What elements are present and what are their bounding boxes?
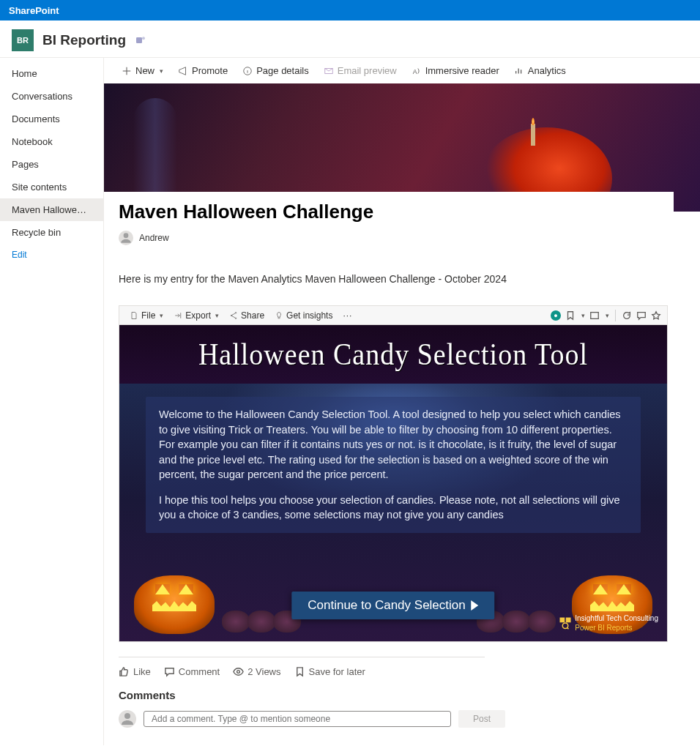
view-icon[interactable]: [589, 310, 600, 321]
promote-button[interactable]: Promote: [172, 62, 234, 79]
chevron-down-icon: ▾: [215, 312, 219, 319]
nav-site-contents[interactable]: Site contents: [0, 176, 103, 198]
svg-text:A: A: [412, 67, 417, 75]
immersive-label: Immersive reader: [425, 65, 499, 76]
pbi-export-button[interactable]: Export ▾: [169, 309, 223, 322]
eye-icon: [233, 666, 244, 677]
pumpkin-left-graphic: [134, 568, 215, 634]
brand-line1: Insightful Tech Consulting: [575, 613, 658, 623]
views-label: 2 Views: [247, 666, 280, 677]
product-name[interactable]: SharePoint: [9, 5, 59, 16]
email-preview-label: Email preview: [338, 65, 397, 76]
social-bar: Like Comment 2 Views Save for later: [119, 657, 485, 685]
comment-button[interactable]: Comment: [164, 666, 220, 677]
refresh-icon[interactable]: [622, 310, 632, 321]
pbi-share-label: Share: [241, 310, 264, 321]
brand-line2: Power BI Reports: [575, 623, 658, 633]
analytics-icon: [514, 66, 524, 76]
megaphone-icon: [178, 66, 188, 76]
current-user-avatar: [119, 710, 136, 728]
file-icon: [130, 311, 138, 320]
play-icon: [472, 600, 479, 611]
save-label: Save for later: [309, 666, 365, 677]
plus-icon: [122, 66, 132, 76]
star-icon[interactable]: [651, 310, 661, 321]
info-icon: [242, 66, 253, 76]
nav-conversations[interactable]: Conversations: [0, 85, 103, 108]
author-avatar[interactable]: [119, 231, 133, 245]
teams-icon[interactable]: [135, 34, 146, 46]
report-scene: Welcome to the Halloween Candy Selection…: [119, 384, 667, 641]
like-label: Like: [133, 666, 151, 677]
share-icon: [229, 311, 238, 320]
pbi-status-indicator[interactable]: ●: [551, 310, 561, 321]
page-details-button[interactable]: Page details: [237, 62, 315, 79]
command-bar: New ▾ Promote Page details Email preview…: [104, 57, 700, 83]
svg-rect-5: [591, 312, 599, 318]
nav-edit-link[interactable]: Edit: [0, 244, 103, 266]
pbi-share-button[interactable]: Share: [225, 309, 269, 322]
pbi-insights-button[interactable]: Get insights: [270, 309, 337, 322]
powerbi-embed: File ▾ Export ▾ Share Get insights: [119, 305, 668, 642]
report-para1: Welcome to the Halloween Candy Selection…: [159, 407, 628, 482]
post-button[interactable]: Post: [458, 710, 505, 728]
mail-icon: [324, 66, 334, 76]
nav-recycle-bin[interactable]: Recycle bin: [0, 221, 103, 244]
bookmark-icon[interactable]: [565, 310, 576, 321]
powerbi-report-canvas[interactable]: Halloween Candy Selection Tool Welcome t…: [119, 325, 667, 641]
pbi-export-label: Export: [185, 310, 211, 321]
svg-rect-0: [136, 37, 142, 43]
title-card: Maven Halloween Challenge: [104, 192, 674, 223]
comment-input[interactable]: [144, 711, 451, 727]
pbi-file-button[interactable]: File ▾: [125, 309, 168, 322]
reader-icon: A: [412, 66, 422, 76]
chevron-down-icon[interactable]: ▾: [581, 312, 585, 319]
site-logo[interactable]: BR: [12, 29, 34, 51]
continue-label: Continue to Candy Selection: [308, 598, 465, 613]
immersive-reader-button[interactable]: A Immersive reader: [406, 62, 505, 79]
email-preview-button[interactable]: Email preview: [318, 62, 403, 79]
chevron-down-icon: ▾: [160, 67, 163, 75]
suite-nav-bar: SharePoint: [0, 0, 700, 20]
candle-graphic: [531, 124, 535, 146]
left-navigation: Home Conversations Documents Notebook Pa…: [0, 57, 104, 745]
page-details-label: Page details: [256, 65, 309, 76]
report-para2: I hope this tool helps you choose your s…: [159, 493, 628, 523]
main-region: New ▾ Promote Page details Email preview…: [104, 57, 700, 745]
lightbulb-icon: [275, 311, 283, 320]
pbi-more-button[interactable]: ···: [338, 310, 357, 321]
svg-point-9: [237, 671, 240, 674]
site-title[interactable]: BI Reporting: [42, 32, 126, 48]
continue-button[interactable]: Continue to Candy Selection: [291, 592, 494, 619]
like-button[interactable]: Like: [119, 666, 151, 677]
pbi-insights-label: Get insights: [286, 310, 332, 321]
divider: [615, 310, 616, 321]
page-title: Maven Halloween Challenge: [119, 198, 659, 223]
nav-documents[interactable]: Documents: [0, 108, 103, 130]
analytics-label: Analytics: [528, 65, 566, 76]
brand-icon: [559, 616, 572, 630]
report-title: Halloween Candy Selection Tool: [198, 337, 588, 372]
new-button[interactable]: New ▾: [116, 62, 169, 79]
report-brand: Insightful Tech Consulting Power BI Repo…: [559, 613, 658, 633]
chevron-down-icon[interactable]: ▾: [606, 312, 609, 319]
views-count: 2 Views: [233, 666, 280, 677]
like-icon: [119, 666, 130, 677]
author-name[interactable]: Andrew: [139, 233, 169, 243]
pbi-file-label: File: [141, 310, 155, 321]
powerbi-toolbar: File ▾ Export ▾ Share Get insights: [119, 306, 667, 325]
nav-home[interactable]: Home: [0, 62, 103, 85]
report-intro-textbox: Welcome to the Halloween Candy Selection…: [146, 397, 641, 533]
svg-rect-7: [566, 618, 571, 623]
nav-notebook[interactable]: Notebook: [0, 130, 103, 153]
byline: Andrew: [104, 223, 700, 260]
save-button[interactable]: Save for later: [294, 666, 365, 677]
nav-maven-challenge[interactable]: Maven Halloween Challe…: [0, 198, 103, 221]
comment-icon[interactable]: [636, 310, 647, 321]
svg-point-1: [142, 37, 145, 40]
comment-label: Comment: [179, 666, 220, 677]
export-icon: [174, 311, 182, 320]
analytics-button[interactable]: Analytics: [508, 62, 572, 79]
comments-header: Comments: [119, 685, 685, 710]
nav-pages[interactable]: Pages: [0, 153, 103, 176]
